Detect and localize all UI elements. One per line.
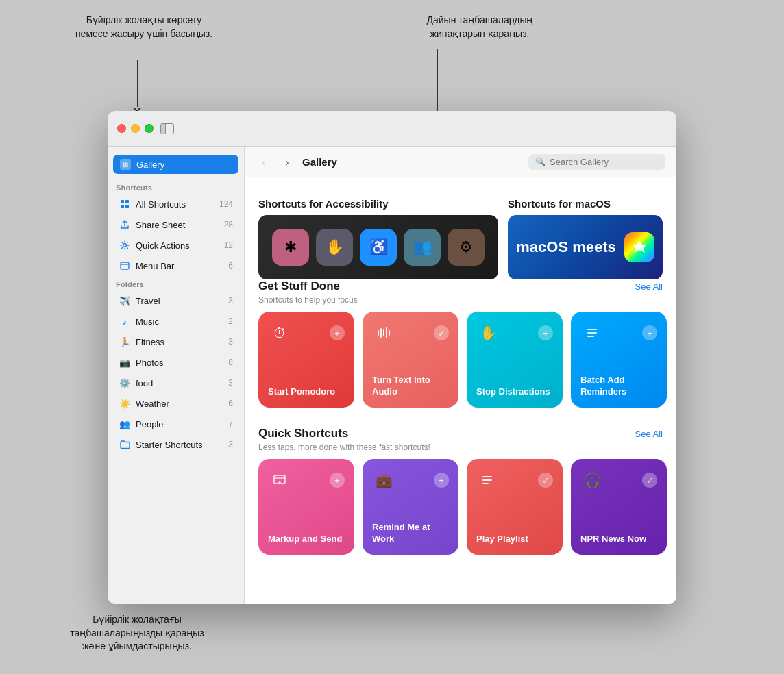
traffic-lights	[108, 124, 154, 133]
gallery-icon: ⊞	[120, 159, 131, 170]
card-top-distractions: ✋ +	[476, 321, 553, 345]
people-count: 7	[228, 419, 233, 429]
travel-label: Travel	[136, 296, 228, 306]
music-label: Music	[136, 316, 228, 327]
sidebar-item-people[interactable]: 👥 People 7	[112, 414, 240, 434]
sidebar-item-starter-shortcuts[interactable]: Starter Shortcuts 3	[112, 435, 240, 454]
get-stuff-done-title: Get Stuff Done	[258, 279, 340, 293]
playlist-icon	[476, 469, 500, 492]
card-turn-text-audio[interactable]: ✓ Turn Text Into Audio	[363, 312, 458, 408]
fitness-icon: 🏃	[119, 336, 131, 348]
sidebar-item-all-shortcuts[interactable]: All Shortcuts 124	[112, 195, 240, 214]
weather-icon: ☀️	[119, 397, 131, 410]
sidebar: ⊞ Gallery Shortcuts All Shortcuts 124	[108, 147, 245, 604]
acc-icon-settings: ⚙	[448, 229, 485, 266]
svg-point-4	[123, 244, 127, 247]
sidebar-folders-section: Folders	[108, 276, 244, 290]
forward-button[interactable]: ›	[279, 153, 295, 170]
sidebar-item-weather[interactable]: ☀️ Weather 6	[112, 394, 240, 413]
get-stuff-done-subtitle: Shortcuts to help you focus	[258, 295, 663, 305]
pomodoro-action: +	[330, 325, 345, 340]
markup-icon	[268, 469, 291, 492]
card-remind-work[interactable]: 💼 + Remind Me at Work	[363, 459, 458, 555]
markup-action: +	[330, 473, 345, 488]
annotation-top-right: Дайын таңбашалардыңжинақтарын қараңыз.	[404, 14, 555, 40]
content-scroll[interactable]: Shortcuts for Accessibility ✱ ✋ ♿ 👥 ⚙	[245, 177, 676, 604]
quick-shortcuts-title: Quick Shortcuts	[258, 427, 348, 440]
annotation-bottom: Бүйірлік жолақтағытаңбашаларыңызды қараң…	[62, 613, 212, 653]
acc-icon-hand: ✋	[316, 229, 353, 266]
list-icon	[580, 321, 604, 345]
maximize-button[interactable]	[145, 124, 154, 133]
share-sheet-count: 28	[224, 220, 233, 229]
fitness-count: 3	[228, 337, 233, 347]
macos-banner[interactable]: macOS meets	[508, 215, 663, 279]
card-top-pomodoro: ⏱ +	[268, 321, 345, 345]
annotation-line-1	[137, 60, 138, 107]
starter-shortcuts-count: 3	[228, 440, 233, 449]
svg-rect-0	[121, 200, 124, 203]
pomodoro-label: Start Pomodoro	[268, 386, 335, 398]
sidebar-item-fitness[interactable]: 🏃 Fitness 3	[112, 332, 240, 351]
svg-rect-3	[125, 205, 129, 208]
sidebar-item-food[interactable]: ⚙️ food 3	[112, 373, 240, 392]
card-npr-news[interactable]: 🎧 ✓ NPR News Now	[571, 459, 667, 555]
menu-bar-count: 6	[228, 261, 233, 271]
card-top-playlist: ✓	[476, 469, 553, 492]
sidebar-item-share-sheet[interactable]: Share Sheet 28	[112, 215, 240, 234]
card-top-reminders: +	[580, 321, 657, 345]
search-icon: 🔍	[535, 157, 546, 166]
acc-icon-people: 👥	[404, 229, 441, 266]
sidebar-toggle-button[interactable]	[160, 123, 174, 134]
quick-shortcuts-see-all[interactable]: See All	[635, 429, 663, 439]
back-button[interactable]: ‹	[256, 153, 272, 170]
photos-label: Photos	[136, 358, 228, 368]
quick-actions-label: Quick Actions	[136, 240, 224, 251]
minimize-button[interactable]	[131, 124, 140, 133]
svg-rect-1	[125, 200, 129, 203]
gear-icon	[119, 239, 131, 251]
sidebar-item-gallery[interactable]: ⊞ Gallery	[113, 155, 238, 174]
card-stop-distractions[interactable]: ✋ + Stop Distractions	[467, 312, 563, 408]
reminders-action: +	[642, 325, 657, 340]
sidebar-item-photos[interactable]: 📷 Photos 8	[112, 353, 240, 372]
close-button[interactable]	[117, 124, 126, 133]
npr-label: NPR News Now	[580, 534, 646, 545]
distractions-action: +	[538, 325, 553, 340]
card-markup-send[interactable]: + Markup and Send	[258, 459, 354, 555]
annotation-line-2	[437, 49, 438, 116]
food-icon: ⚙️	[119, 377, 131, 389]
weather-count: 6	[228, 399, 233, 408]
quick-shortcuts-header: Quick Shortcuts See All	[258, 427, 663, 440]
sidebar-item-travel[interactable]: ✈️ Travel 3	[112, 291, 240, 310]
hand-icon: ✋	[476, 321, 500, 345]
people-label: People	[136, 419, 228, 429]
accessibility-banner[interactable]: ✱ ✋ ♿ 👥 ⚙	[258, 215, 498, 279]
reminders-label: Batch Add Reminders	[580, 375, 657, 398]
banner-row: Shortcuts for Accessibility ✱ ✋ ♿ 👥 ⚙	[258, 198, 663, 279]
card-batch-add-reminders[interactable]: + Batch Add Reminders	[571, 312, 667, 408]
acc-icon-asterisk: ✱	[272, 229, 309, 266]
card-play-playlist[interactable]: ✓ Play Playlist	[467, 459, 563, 555]
shortcuts-logo	[624, 232, 654, 262]
search-input[interactable]	[550, 157, 646, 167]
acc-icon-accessibility: ♿	[360, 229, 397, 266]
content-title: Gallery	[302, 156, 522, 168]
audio-icon	[372, 321, 395, 345]
food-label: food	[136, 378, 228, 388]
sidebar-item-menu-bar[interactable]: Menu Bar 6	[112, 256, 240, 275]
quick-shortcuts-section: Quick Shortcuts See All Less taps, more …	[258, 427, 663, 555]
headphones-icon: 🎧	[580, 469, 604, 492]
sidebar-item-quick-actions[interactable]: Quick Actions 12	[112, 236, 240, 255]
sidebar-item-music[interactable]: ♪ Music 2	[112, 312, 240, 331]
get-stuff-done-see-all[interactable]: See All	[635, 282, 663, 292]
plane-icon: ✈️	[119, 295, 131, 307]
svg-point-12	[278, 481, 281, 484]
card-start-pomodoro[interactable]: ⏱ + Start Pomodoro	[258, 312, 354, 408]
npr-action: ✓	[642, 473, 657, 488]
travel-count: 3	[228, 296, 233, 305]
quick-actions-count: 12	[224, 240, 233, 250]
music-icon: ♪	[119, 315, 131, 327]
sidebar-gallery-label: Gallery	[136, 160, 164, 170]
fitness-label: Fitness	[136, 337, 228, 347]
